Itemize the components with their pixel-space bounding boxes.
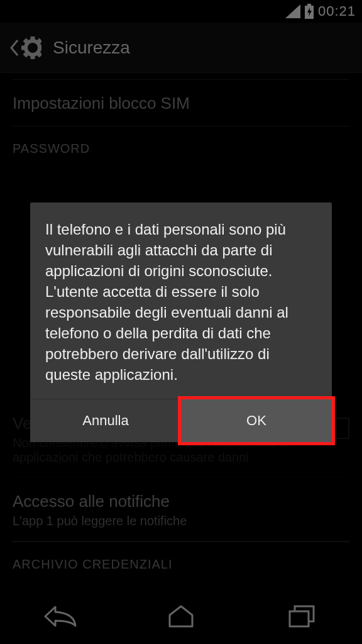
modal-overlay: Il telefono e i dati personali sono più … <box>0 0 362 644</box>
dialog-message: Il telefono e i dati personali sono più … <box>45 219 317 385</box>
confirm-dialog: Il telefono e i dati personali sono più … <box>30 203 332 442</box>
ok-button[interactable]: OK <box>181 399 332 442</box>
cancel-button[interactable]: Annulla <box>30 399 181 442</box>
